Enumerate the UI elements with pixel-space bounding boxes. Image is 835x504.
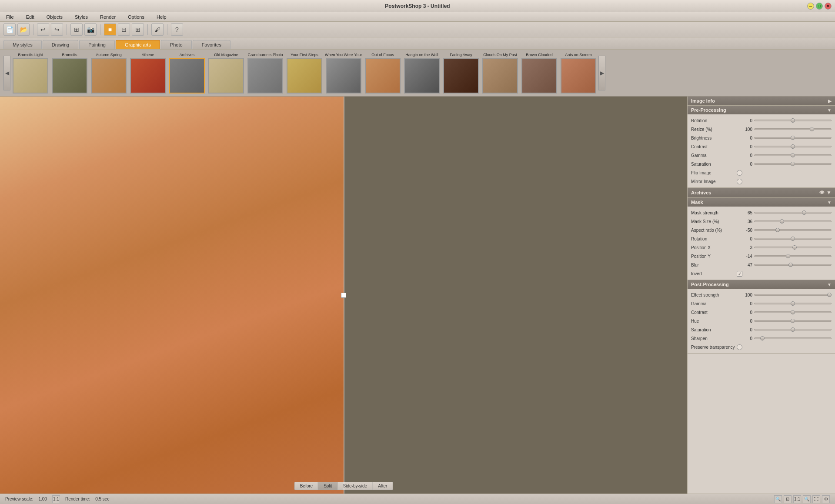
flip-radio[interactable]: [737, 170, 742, 176]
help-button[interactable]: ?: [171, 23, 183, 36]
zoom-1to1-button[interactable]: 1:1: [52, 495, 60, 503]
style-athene[interactable]: Athene: [129, 53, 167, 93]
preserve-transparency-radio[interactable]: [737, 344, 742, 350]
pre-processing-header[interactable]: Pre-Processing ▼: [688, 106, 835, 114]
zoom-fullscreen-button[interactable]: ⛶: [812, 495, 820, 503]
post-contrast-slider[interactable]: [754, 311, 832, 313]
zoom-fit-button[interactable]: ⊡: [784, 495, 792, 503]
view-sidebyside-button[interactable]: Side-by-side: [338, 482, 373, 490]
menu-styles[interactable]: Styles: [72, 13, 90, 20]
blur-row: Blur 47: [688, 260, 835, 269]
pre-processing-collapse[interactable]: ▼: [827, 108, 832, 113]
archives-collapse-icon[interactable]: ▼: [826, 190, 832, 196]
menu-help[interactable]: Help: [154, 13, 169, 20]
menu-edit[interactable]: Edit: [23, 13, 37, 20]
open-button[interactable]: 📂: [17, 23, 30, 36]
tab-painting[interactable]: Painting: [79, 40, 115, 49]
positiony-slider[interactable]: [754, 255, 832, 257]
blur-slider[interactable]: [754, 264, 832, 266]
mask-collapse[interactable]: ▼: [827, 200, 832, 205]
invert-row: Invert ✓: [688, 269, 835, 278]
strip-prev-button[interactable]: ◀: [3, 56, 10, 90]
settings-button[interactable]: ⚙: [822, 495, 830, 503]
statusbar: Preview scale: 1.00 1:1 Render time: 0.5…: [0, 494, 835, 504]
sharpen-slider[interactable]: [754, 337, 832, 339]
view-before-button[interactable]: Before: [295, 482, 318, 490]
mirror-row: Mirror Image: [688, 177, 835, 186]
canvas-image: [0, 97, 687, 494]
brush-button[interactable]: 🖌: [151, 23, 164, 36]
effectstrength-slider[interactable]: [754, 294, 832, 296]
positionx-slider[interactable]: [754, 247, 832, 248]
style-grandparents[interactable]: Grandparents Photo: [246, 53, 284, 93]
toolbar-separator-2: [67, 24, 67, 35]
pre-processing-content: Rotation 0 Resize (%) 100 Brightness 0: [688, 114, 835, 187]
maskstrength-slider[interactable]: [754, 212, 832, 214]
undo-button[interactable]: ↩: [37, 23, 49, 36]
post-processing-header[interactable]: Post-Processing ▼: [688, 280, 835, 289]
post-gamma-row: Gamma 0: [688, 299, 835, 308]
zoom-100-button[interactable]: 1:1: [793, 495, 801, 503]
menu-options[interactable]: Options: [125, 13, 147, 20]
close-button[interactable]: ✕: [825, 3, 832, 10]
rotation-slider[interactable]: [754, 120, 832, 121]
zoom-in-button[interactable]: 🔍: [803, 495, 811, 503]
brightness-slider[interactable]: [754, 137, 832, 139]
saturation-row: Saturation 0: [688, 160, 835, 168]
style-whenyou[interactable]: When You Were Young: [324, 53, 363, 93]
new-button[interactable]: 📄: [3, 23, 16, 36]
mask-header[interactable]: Mask ▼: [688, 198, 835, 207]
zoom-out-button[interactable]: 🔍: [774, 495, 782, 503]
view-after-button[interactable]: After: [373, 482, 392, 490]
minimize-button[interactable]: ─: [807, 3, 814, 10]
image-info-header[interactable]: Image Info ▶: [688, 97, 835, 105]
tab-graphicarts[interactable]: Graphic arts: [116, 40, 160, 49]
style-brownclouded[interactable]: Brown Clouded: [520, 53, 558, 93]
archives-eye-icon[interactable]: 👁: [819, 190, 825, 196]
contrast-slider[interactable]: [754, 146, 832, 147]
style-bromolislight[interactable]: Bromolis Light: [11, 53, 50, 93]
render-time-label: Render time:: [65, 497, 90, 501]
mask-rotation-slider[interactable]: [754, 238, 832, 240]
tab-favorites[interactable]: Favorites: [193, 40, 230, 49]
tab-photo[interactable]: Photo: [161, 40, 192, 49]
resize-slider[interactable]: [754, 128, 832, 130]
menu-file[interactable]: File: [3, 13, 17, 20]
camera-button[interactable]: 📷: [84, 23, 97, 36]
image-info-collapse[interactable]: ▶: [828, 99, 832, 103]
style-autumnspring[interactable]: Autumn Spring: [90, 53, 128, 93]
saturation-slider[interactable]: [754, 163, 832, 165]
select-button[interactable]: ⊞: [70, 23, 83, 36]
style-grid2-button[interactable]: ⊞: [132, 23, 144, 36]
style-archives[interactable]: Archives: [168, 53, 206, 93]
style-firststeps[interactable]: Your First Steps: [285, 53, 324, 93]
mirror-radio[interactable]: [737, 179, 742, 184]
hue-slider[interactable]: [754, 320, 832, 322]
menu-render[interactable]: Render: [97, 13, 118, 20]
tab-drawing[interactable]: Drawing: [43, 40, 78, 49]
style-outoffocus[interactable]: Out of Focus: [364, 53, 402, 93]
tab-mystyles[interactable]: My styles: [3, 40, 42, 49]
style-bromolis[interactable]: Bromolis: [50, 53, 89, 93]
archives-header[interactable]: Archives 👁 ▼: [688, 188, 835, 197]
maximize-button[interactable]: □: [816, 3, 823, 10]
style-hangin[interactable]: Hangin on the Wall: [403, 53, 441, 93]
redo-button[interactable]: ↪: [51, 23, 63, 36]
style-grid-button[interactable]: ⊟: [118, 23, 130, 36]
invert-checkbox[interactable]: ✓: [737, 271, 742, 277]
masksize-slider[interactable]: [754, 220, 832, 222]
style-orange-button[interactable]: ■: [104, 23, 116, 36]
post-processing-collapse[interactable]: ▼: [827, 282, 832, 287]
style-ants[interactable]: Ants on Screen: [559, 53, 598, 93]
post-gamma-slider[interactable]: [754, 303, 832, 304]
view-split-button[interactable]: Split: [318, 482, 337, 490]
style-fadingaway[interactable]: Fading Away: [442, 53, 480, 93]
aspectratio-slider[interactable]: [754, 229, 832, 231]
style-oldmagazine[interactable]: Old Magazine: [207, 53, 245, 93]
gamma-slider[interactable]: [754, 154, 832, 156]
strip-next-button[interactable]: ▶: [598, 56, 605, 90]
split-handle[interactable]: [341, 293, 346, 298]
post-saturation-slider[interactable]: [754, 329, 832, 330]
style-clouds[interactable]: Clouds On My Past: [481, 53, 519, 93]
menu-objects[interactable]: Objects: [44, 13, 65, 20]
